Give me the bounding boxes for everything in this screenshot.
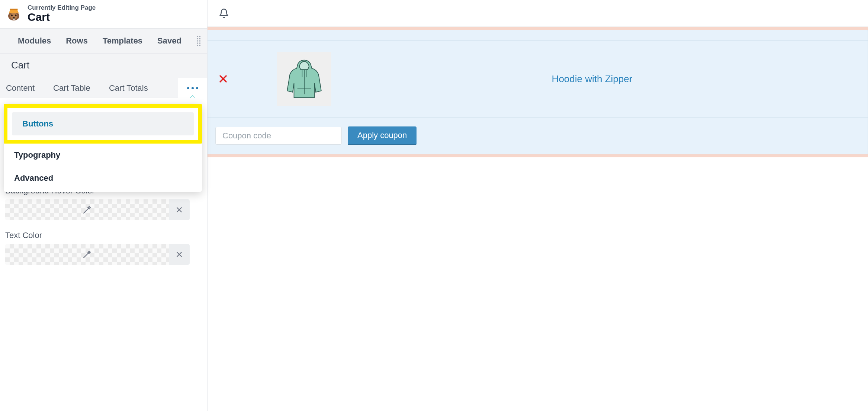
selected-module-outline: Hoodie with Zipper Apply coupon xyxy=(208,27,868,157)
tab-saved[interactable]: Saved xyxy=(157,36,181,46)
tab-rows[interactable]: Rows xyxy=(66,36,88,46)
color-controls-area: Background Hover Color Text Color xyxy=(5,188,190,275)
bg-hover-color-row xyxy=(5,199,190,220)
subtab-cart-totals[interactable]: Cart Totals xyxy=(103,78,154,98)
text-color-row xyxy=(5,244,190,265)
subtab-more-button[interactable] xyxy=(178,78,207,98)
builder-main-tabs: Modules Rows Templates Saved xyxy=(0,29,207,54)
notifications-button[interactable] xyxy=(219,8,229,19)
builder-sidebar: Currently Editing Page Cart Modules Rows… xyxy=(0,0,208,411)
coupon-row: Apply coupon xyxy=(208,118,868,154)
remove-item-button[interactable] xyxy=(218,73,229,84)
svg-rect-6 xyxy=(14,19,15,20)
cart-row: Hoodie with Zipper xyxy=(208,41,868,118)
close-icon xyxy=(176,251,183,258)
subtab-content[interactable]: Content xyxy=(0,78,41,98)
panel-drag-handle[interactable] xyxy=(197,36,200,46)
sidebar-header: Currently Editing Page Cart xyxy=(0,0,207,29)
hoodie-icon xyxy=(284,57,325,101)
module-section-label: Cart xyxy=(0,54,207,78)
close-icon xyxy=(219,74,228,83)
module-sub-tabs: Content Cart Table Cart Totals xyxy=(0,78,207,98)
bg-hover-color-picker[interactable] xyxy=(5,199,169,220)
svg-rect-5 xyxy=(13,19,14,20)
apply-coupon-button[interactable]: Apply coupon xyxy=(348,126,417,145)
editing-context-label: Currently Editing Page xyxy=(28,4,207,12)
overflow-tabs-dropdown: Buttons Typography Advanced xyxy=(4,104,202,192)
svg-rect-7 xyxy=(10,9,18,10)
dropdown-item-advanced[interactable]: Advanced xyxy=(4,167,202,190)
cart-table: Hoodie with Zipper Apply coupon xyxy=(208,30,868,154)
dropdown-arrow-icon xyxy=(190,96,196,99)
dropdown-item-buttons[interactable]: Buttons xyxy=(12,112,194,135)
page-title: Cart xyxy=(28,11,207,23)
dots-icon xyxy=(187,87,189,89)
product-thumbnail[interactable] xyxy=(277,52,331,106)
text-color-clear[interactable] xyxy=(169,244,190,265)
eyedropper-icon xyxy=(83,205,91,214)
subtab-cart-table[interactable]: Cart Table xyxy=(47,78,96,98)
svg-point-2 xyxy=(11,15,13,16)
preview-topbar xyxy=(208,0,868,27)
beaver-logo xyxy=(4,4,24,24)
text-color-picker[interactable] xyxy=(5,244,169,265)
bell-icon xyxy=(219,8,229,19)
coupon-code-input[interactable] xyxy=(215,127,342,145)
tutorial-highlight: Buttons xyxy=(4,104,202,144)
tab-modules[interactable]: Modules xyxy=(18,36,51,46)
bg-hover-color-clear[interactable] xyxy=(169,199,190,220)
dropdown-item-typography[interactable]: Typography xyxy=(4,144,202,167)
product-name-link[interactable]: Hoodie with Zipper xyxy=(331,73,853,85)
text-color-label: Text Color xyxy=(5,231,190,240)
close-icon xyxy=(176,206,183,213)
preview-canvas: Hoodie with Zipper Apply coupon xyxy=(208,0,868,411)
svg-point-3 xyxy=(15,15,17,16)
eyedropper-icon xyxy=(83,250,91,259)
tab-templates[interactable]: Templates xyxy=(103,36,142,46)
